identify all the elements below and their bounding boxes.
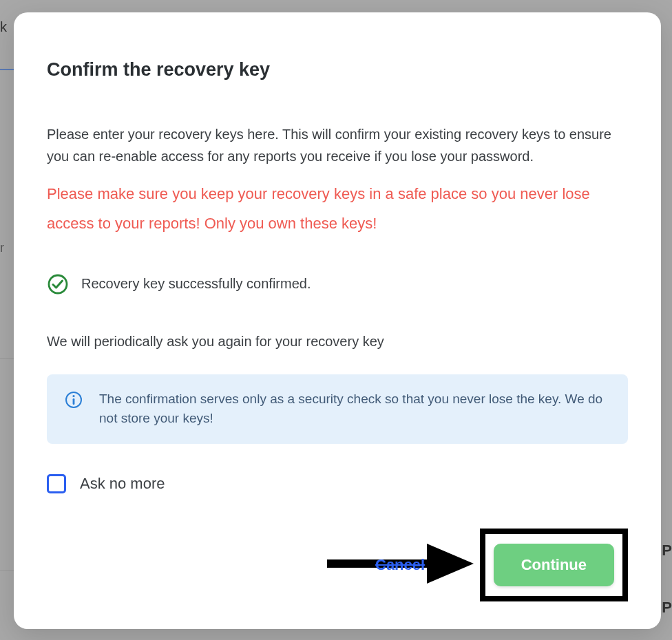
background-fragment: r bbox=[0, 241, 4, 255]
svg-point-2 bbox=[72, 395, 74, 397]
ask-no-more-label: Ask no more bbox=[80, 475, 165, 493]
periodic-text: We will periodically ask you again for y… bbox=[47, 334, 628, 350]
info-icon bbox=[65, 391, 83, 409]
ask-no-more-row: Ask no more bbox=[47, 474, 628, 493]
background-fragment: P bbox=[662, 542, 672, 559]
info-box: The confirmation serves only as a securi… bbox=[47, 374, 628, 444]
background-fragment: k bbox=[0, 19, 7, 35]
svg-rect-3 bbox=[73, 398, 75, 405]
svg-marker-5 bbox=[427, 544, 474, 584]
continue-button[interactable]: Continue bbox=[494, 544, 614, 586]
background-fragment: P bbox=[662, 599, 672, 617]
modal-title: Confirm the recovery key bbox=[47, 59, 628, 81]
warning-text: Please make sure you keep your recovery … bbox=[47, 180, 628, 239]
intro-text: Please enter your recovery keys here. Th… bbox=[47, 123, 628, 167]
background-line bbox=[0, 570, 14, 570]
background-line bbox=[0, 358, 14, 359]
modal-footer: Cancel Continue bbox=[14, 529, 661, 601]
cancel-button[interactable]: Cancel bbox=[375, 556, 425, 574]
continue-highlight-box: Continue bbox=[480, 529, 628, 601]
background-line bbox=[0, 69, 14, 70]
recovery-key-modal: Confirm the recovery key Please enter yo… bbox=[14, 12, 661, 629]
success-text: Recovery key successfully confirmed. bbox=[81, 276, 311, 292]
success-row: Recovery key successfully confirmed. bbox=[47, 273, 628, 295]
check-circle-icon bbox=[47, 273, 69, 295]
info-text: The confirmation serves only as a securi… bbox=[99, 390, 610, 429]
ask-no-more-checkbox[interactable] bbox=[47, 474, 66, 493]
